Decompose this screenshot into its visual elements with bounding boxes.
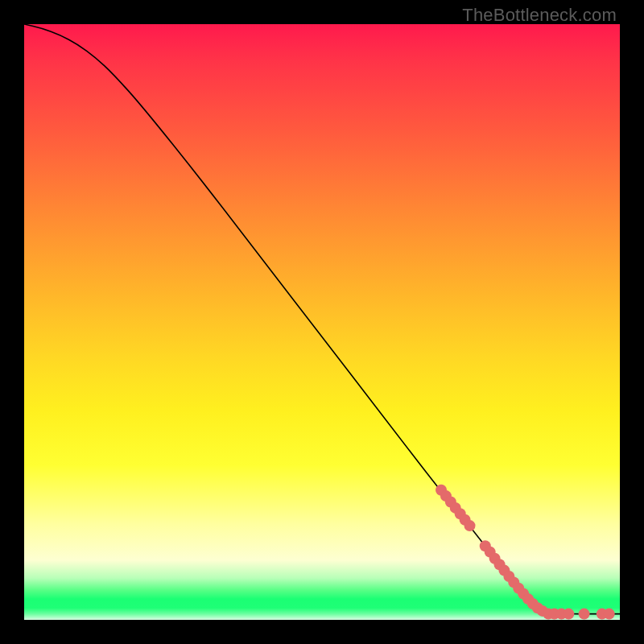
curve-marker [563, 609, 574, 620]
watermark-text: TheBottleneck.com [462, 5, 617, 26]
chart-area [24, 24, 620, 620]
curve-marker [579, 609, 590, 620]
markers-group [436, 485, 615, 620]
curve-line [24, 24, 620, 614]
chart-svg [24, 24, 620, 620]
curve-marker [604, 609, 615, 620]
curve-marker [464, 520, 476, 531]
